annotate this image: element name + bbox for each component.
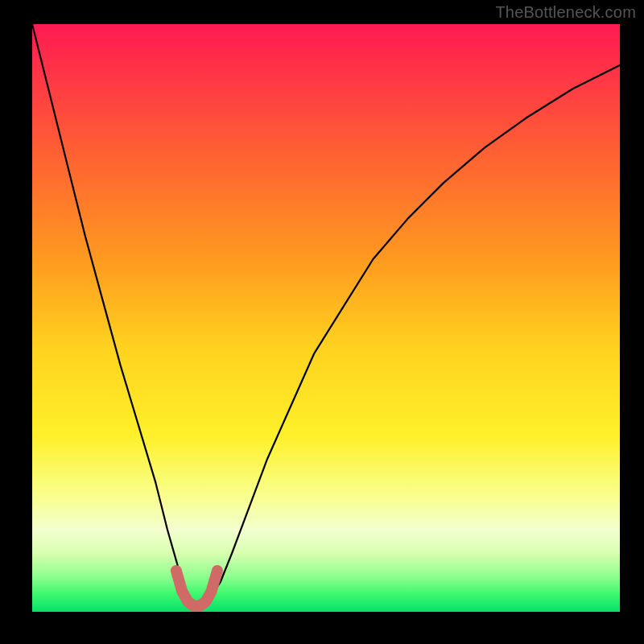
chart-frame: TheBottleneck.com xyxy=(0,0,644,644)
plot-background xyxy=(32,24,620,612)
chart-svg xyxy=(0,0,644,644)
